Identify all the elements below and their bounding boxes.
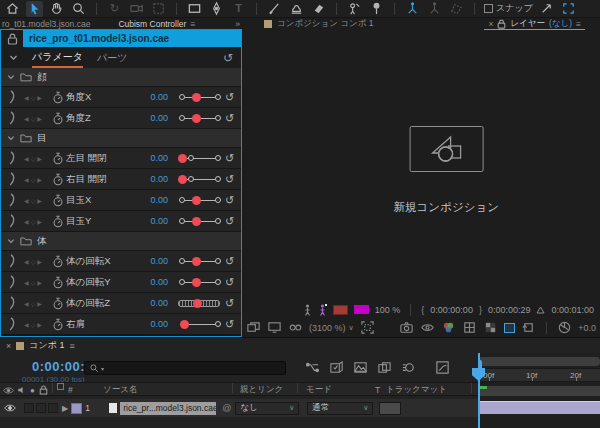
- pickwhip-arrow-icon[interactable]: [538, 1, 555, 17]
- parameter-reset-icon[interactable]: ↺: [222, 194, 237, 207]
- selection-tool-icon[interactable]: [26, 1, 43, 17]
- stopwatch-icon[interactable]: [52, 173, 64, 186]
- stopwatch-icon[interactable]: [52, 215, 64, 228]
- parameter-slider[interactable]: [178, 112, 222, 124]
- search-options-chevron-icon[interactable]: ▾: [101, 365, 104, 372]
- guides-active-icon[interactable]: [504, 323, 515, 333]
- source-name-column-header[interactable]: ソース名: [103, 383, 137, 397]
- keyframe-navigator[interactable]: ◀◇▶: [18, 258, 50, 265]
- work-area-start-marker[interactable]: [479, 386, 487, 389]
- layer-lock-switch[interactable]: [48, 403, 58, 413]
- parameter-value[interactable]: 0.00: [138, 113, 168, 123]
- always-preview-icon[interactable]: [246, 320, 261, 335]
- layer-eye-icon[interactable]: [4, 403, 16, 413]
- eraser-tool-icon[interactable]: [310, 1, 327, 17]
- parameter-value[interactable]: 0.00: [138, 277, 168, 287]
- tab-layer-group[interactable]: × レイヤー (なし) ≡: [484, 18, 585, 30]
- home-icon[interactable]: [4, 1, 21, 17]
- time-navigator-bar[interactable]: [478, 357, 600, 366]
- opacity-value[interactable]: 100 %: [375, 305, 401, 315]
- parameter-value[interactable]: 0.00: [138, 256, 168, 266]
- matte-t-column-header[interactable]: T: [375, 383, 380, 397]
- keyframe-navigator[interactable]: ◀◇▶: [18, 197, 50, 204]
- parent-pickwhip-icon[interactable]: @: [222, 403, 231, 413]
- transparency-grid-icon[interactable]: [483, 320, 498, 335]
- tab-parts[interactable]: パーツ: [97, 47, 127, 68]
- parameter-value[interactable]: 0.00: [138, 319, 168, 329]
- mode-column-header[interactable]: モード: [306, 383, 332, 397]
- duration-value[interactable]: 0:00:01:00: [551, 305, 594, 315]
- zoom-tool-icon[interactable]: [70, 1, 87, 17]
- mini-flowchart-icon[interactable]: [305, 360, 320, 375]
- parameter-slider[interactable]: [178, 318, 222, 330]
- in-point-icon[interactable]: {: [421, 305, 424, 315]
- parameter-slider[interactable]: [178, 152, 222, 164]
- panel-menu-icon[interactable]: ≡: [576, 19, 581, 29]
- track-matte-dropdown[interactable]: [379, 402, 401, 415]
- shy-layers-icon[interactable]: [353, 360, 368, 375]
- stopwatch-icon[interactable]: [52, 297, 64, 310]
- stopwatch-icon[interactable]: [52, 91, 64, 104]
- snapshot-camera-icon[interactable]: [399, 320, 414, 335]
- pen-tool-icon[interactable]: [208, 1, 225, 17]
- parameter-reset-icon[interactable]: ↺: [222, 255, 237, 268]
- out-point-icon[interactable]: }: [479, 305, 482, 315]
- refresh-view-icon[interactable]: [521, 320, 536, 335]
- parameter-slider[interactable]: [178, 173, 222, 185]
- background-color-swatch[interactable]: [354, 305, 369, 314]
- parameter-value[interactable]: 0.00: [138, 174, 168, 184]
- time-ruler[interactable]: 00f10f20f: [478, 368, 600, 382]
- parameter-slider[interactable]: [178, 276, 222, 288]
- view-axis-mode-icon[interactable]: [448, 1, 465, 17]
- motion-blur-icon[interactable]: [401, 360, 416, 375]
- tab-composition[interactable]: コンポジション コンポ 1: [277, 18, 373, 30]
- layer-row[interactable]: ▶ 1 rice_pr...model3.json.cae @ なし ∨ 通常 …: [0, 399, 478, 417]
- camera-tool-icon[interactable]: [128, 1, 145, 17]
- close-icon[interactable]: ×: [6, 341, 11, 351]
- region-brackets-icon[interactable]: [560, 1, 577, 17]
- model-selected-row[interactable]: rice_pro_t01.model3.json.cae: [1, 30, 241, 47]
- stopwatch-icon[interactable]: [52, 255, 64, 268]
- type-tool-icon[interactable]: T: [230, 1, 247, 17]
- magnification-dropdown[interactable]: (3100 %) ∨: [309, 323, 354, 333]
- parameter-reset-icon[interactable]: ↺: [222, 215, 237, 228]
- layer-name-field[interactable]: rice_pr...model3.json.cae: [120, 402, 216, 415]
- parameter-reset-icon[interactable]: ↺: [222, 318, 237, 331]
- timeline-search-input[interactable]: ▾: [84, 361, 286, 375]
- hand-tool-icon[interactable]: [48, 1, 65, 17]
- show-channels-icon[interactable]: [441, 320, 456, 335]
- parameter-reset-icon[interactable]: ↺: [222, 152, 237, 165]
- exposure-icon[interactable]: [557, 320, 572, 335]
- pan-behind-tool-icon[interactable]: [150, 1, 167, 17]
- collapse-chevron-icon[interactable]: [9, 53, 18, 62]
- in-time-value[interactable]: 0:00:00:00: [430, 305, 473, 315]
- stopwatch-icon[interactable]: [52, 112, 64, 125]
- collapse-chevron-icon[interactable]: [7, 237, 15, 245]
- world-axis-mode-icon[interactable]: [426, 1, 443, 17]
- roto-brush-tool-icon[interactable]: [346, 1, 363, 17]
- stopwatch-icon[interactable]: [52, 194, 64, 207]
- parameter-reset-icon[interactable]: ↺: [222, 276, 237, 289]
- keyframe-navigator[interactable]: ◀◇▶: [18, 218, 50, 225]
- alpha-overlay-icon[interactable]: [333, 305, 348, 315]
- parameter-value[interactable]: 0.00: [138, 153, 168, 163]
- parent-link-column-header[interactable]: 親とリンク: [240, 383, 283, 397]
- stopwatch-icon[interactable]: [52, 318, 64, 331]
- tab-comp-1[interactable]: コンポ 1: [29, 339, 64, 352]
- keyframe-navigator[interactable]: ◀◇▶: [18, 279, 50, 286]
- brush-tool-icon[interactable]: [266, 1, 283, 17]
- keyframe-navigator[interactable]: ◀◇▶: [18, 94, 50, 101]
- graph-editor-icon[interactable]: [435, 360, 450, 375]
- work-area-bar[interactable]: [478, 386, 600, 396]
- parameter-group-header[interactable]: 顔: [1, 68, 241, 86]
- stopwatch-icon[interactable]: [52, 276, 64, 289]
- walk-person-active-icon[interactable]: [318, 304, 327, 316]
- keyframe-navigator[interactable]: ◀◇▶: [18, 321, 50, 328]
- layer-duration-bar[interactable]: [478, 401, 600, 414]
- tab-overflow-icon[interactable]: »: [235, 19, 240, 29]
- parameter-value[interactable]: 0.00: [138, 216, 168, 226]
- tab-model-file[interactable]: ro_t01.model3.json.cae: [2, 19, 90, 29]
- tab-cubism-controller[interactable]: Cubism Controller: [118, 19, 186, 29]
- clone-stamp-tool-icon[interactable]: [288, 1, 305, 17]
- number-column-header[interactable]: #: [68, 383, 73, 397]
